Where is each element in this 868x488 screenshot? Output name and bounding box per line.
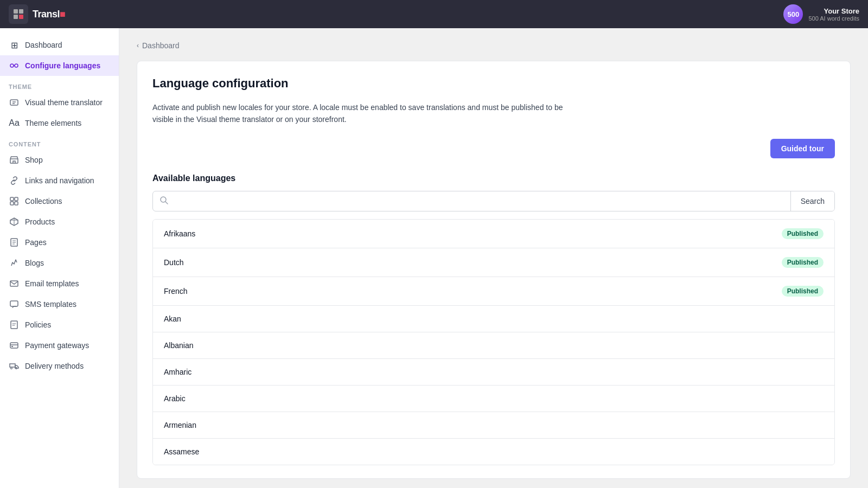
svg-rect-1: [19, 9, 23, 14]
sidebar-section-content: CONTENT: [0, 133, 119, 150]
payment-gateways-icon: [9, 340, 20, 351]
sidebar-item-label: Links and navigation: [25, 176, 94, 185]
svg-rect-7: [10, 100, 18, 105]
sidebar-item-label: Delivery methods: [25, 362, 84, 370]
svg-point-4: [10, 64, 14, 67]
sidebar-item-label: Visual theme translator: [25, 98, 103, 107]
shop-icon: [9, 155, 20, 165]
info-text: Activate and publish new locales for you…: [152, 101, 565, 126]
language-list: AfrikaansPublishedDutchPublishedFrenchPu…: [152, 219, 835, 465]
svg-rect-27: [11, 346, 13, 347]
breadcrumb[interactable]: ‹ Dashboard: [137, 41, 851, 50]
available-languages-title: Available languages: [152, 174, 835, 183]
language-name: Amharic: [164, 368, 192, 376]
sidebar-item-pages[interactable]: Pages: [0, 232, 119, 253]
logo[interactable]: Transl■: [9, 4, 65, 24]
sidebar-item-products[interactable]: Products: [0, 211, 119, 232]
sidebar-item-sms-templates[interactable]: SMS templates: [0, 294, 119, 314]
language-name: Akan: [164, 314, 181, 323]
store-credits: 500 AI word credits: [808, 15, 859, 22]
status-badge: Published: [782, 257, 824, 268]
search-input[interactable]: [173, 191, 784, 211]
svg-rect-23: [10, 301, 18, 306]
blogs-icon: [9, 258, 20, 268]
sidebar-item-label: Payment gateways: [25, 341, 89, 350]
svg-rect-0: [14, 9, 18, 14]
logo-text: Transl■: [33, 9, 65, 20]
status-badge: Published: [782, 228, 824, 239]
sidebar-item-links-navigation[interactable]: Links and navigation: [0, 170, 119, 191]
store-avatar: 500: [783, 4, 803, 24]
theme-elements-icon: Aa: [9, 118, 20, 129]
language-row[interactable]: FrenchPublished: [153, 277, 834, 306]
language-name: Arabic: [164, 394, 186, 403]
sms-templates-icon: [9, 299, 20, 310]
svg-line-31: [165, 202, 168, 204]
svg-rect-2: [14, 15, 18, 19]
guided-tour-row: Guided tour: [152, 139, 835, 158]
sidebar-item-label: Collections: [25, 197, 62, 206]
topbar: Transl■ 500 Your Store 500 AI word credi…: [0, 0, 868, 28]
svg-point-28: [11, 368, 12, 369]
sidebar-item-theme-elements[interactable]: Aa Theme elements: [0, 113, 119, 133]
language-name: Armenian: [164, 421, 196, 429]
sidebar-item-policies[interactable]: Policies: [0, 314, 119, 335]
sidebar: ⊞ Dashboard Configure languages THEME: [0, 28, 119, 488]
sidebar-item-delivery-methods[interactable]: Delivery methods: [0, 356, 119, 376]
store-info: Your Store 500 AI word credits: [808, 7, 859, 22]
language-row[interactable]: DutchPublished: [153, 248, 834, 277]
language-configuration-card: Language configuration Activate and publ…: [137, 61, 851, 479]
available-languages-section: Available languages Search A: [152, 174, 835, 465]
links-icon: [9, 175, 20, 186]
sidebar-item-dashboard[interactable]: ⊞ Dashboard: [0, 35, 119, 55]
svg-rect-24: [11, 321, 17, 329]
svg-rect-13: [10, 202, 14, 205]
breadcrumb-chevron-icon: ‹: [137, 42, 139, 49]
sidebar-item-label: Theme elements: [25, 119, 81, 127]
language-row[interactable]: Akan: [153, 306, 834, 332]
svg-rect-14: [15, 202, 18, 205]
svg-rect-12: [15, 197, 18, 201]
language-row[interactable]: AfrikaansPublished: [153, 220, 834, 248]
sidebar-item-label: Policies: [25, 320, 51, 329]
language-row[interactable]: Albanian: [153, 332, 834, 359]
svg-rect-11: [10, 197, 14, 201]
sidebar-item-visual-theme-translator[interactable]: Visual theme translator: [0, 92, 119, 113]
sidebar-item-collections[interactable]: Collections: [0, 191, 119, 211]
search-button[interactable]: Search: [790, 191, 834, 211]
topbar-right: 500 Your Store 500 AI word credits: [783, 4, 859, 24]
language-row[interactable]: Armenian: [153, 412, 834, 439]
language-row[interactable]: Amharic: [153, 359, 834, 386]
store-name: Your Store: [808, 7, 859, 15]
sidebar-item-label: Products: [25, 217, 55, 226]
sidebar-item-blogs[interactable]: Blogs: [0, 253, 119, 273]
logo-accent: ■: [60, 9, 65, 20]
language-name: Assamese: [164, 447, 199, 456]
language-name: Dutch: [164, 258, 184, 267]
language-row[interactable]: Assamese: [153, 439, 834, 465]
svg-rect-25: [10, 343, 18, 348]
language-row[interactable]: Arabic: [153, 386, 834, 412]
svg-rect-3: [19, 15, 23, 19]
logo-icon: [9, 4, 28, 24]
page-title: Language configuration: [152, 76, 835, 91]
language-name: French: [164, 287, 188, 296]
sidebar-section-theme: THEME: [0, 76, 119, 92]
svg-rect-22: [10, 281, 18, 286]
status-badge: Published: [782, 286, 824, 297]
sidebar-item-email-templates[interactable]: Email templates: [0, 273, 119, 294]
sidebar-item-label: Pages: [25, 238, 47, 247]
search-icon: [159, 196, 168, 207]
collections-icon: [9, 196, 20, 207]
sidebar-item-label: Shop: [25, 156, 43, 164]
language-name: Albanian: [164, 341, 194, 350]
sidebar-item-label: SMS templates: [25, 300, 76, 309]
sidebar-item-configure-languages[interactable]: Configure languages: [0, 55, 119, 76]
sidebar-item-label: Blogs: [25, 259, 44, 267]
sidebar-item-payment-gateways[interactable]: Payment gateways: [0, 335, 119, 356]
sidebar-item-shop[interactable]: Shop: [0, 150, 119, 170]
email-templates-icon: [9, 278, 20, 289]
main-content: ‹ Dashboard Language configuration Activ…: [119, 28, 868, 488]
breadcrumb-label: Dashboard: [142, 41, 180, 50]
guided-tour-button[interactable]: Guided tour: [770, 139, 835, 158]
